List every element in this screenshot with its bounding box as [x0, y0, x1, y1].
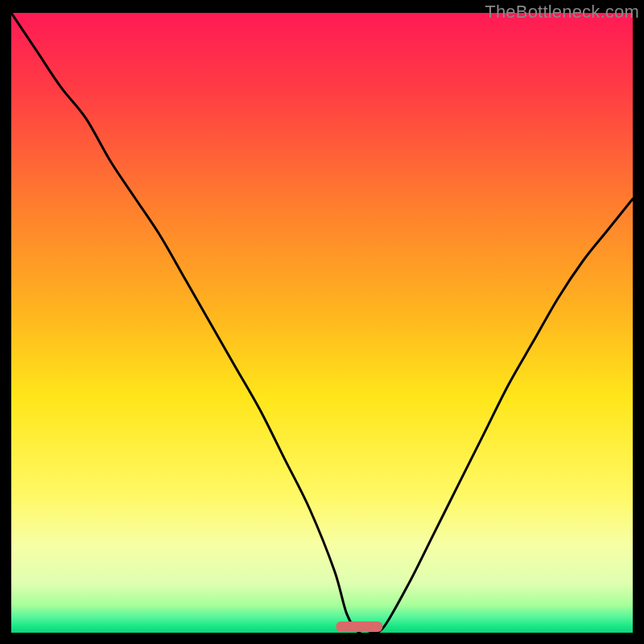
bottleneck-chart: [11, 13, 633, 633]
chart-frame: [11, 13, 633, 633]
optimal-range-marker: [336, 621, 382, 632]
watermark-text: TheBottleneck.com: [485, 2, 639, 23]
